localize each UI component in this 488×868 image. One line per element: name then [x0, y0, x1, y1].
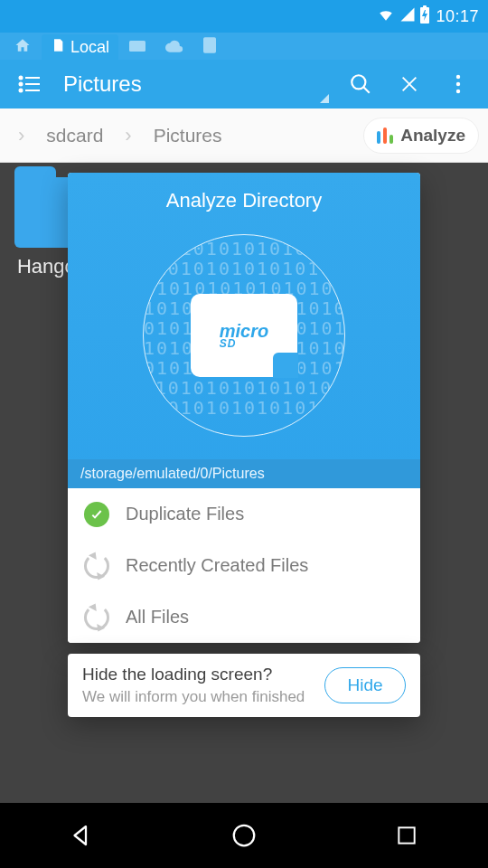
hide-button-label: Hide: [347, 675, 382, 695]
dialog-header: Analyze Directory 0101010101011010101010…: [68, 173, 420, 488]
sd-illustration: 0101010101011010101010101001010101010101…: [143, 234, 345, 437]
hide-card-subtitle: We will inform you when finished: [82, 688, 305, 706]
refresh-icon: [84, 553, 109, 579]
analyze-item-all: All Files: [68, 591, 420, 643]
hide-button[interactable]: Hide: [324, 667, 406, 703]
analyze-item-recent: Recently Created Files: [68, 540, 420, 591]
analyze-item-duplicate: Duplicate Files: [68, 488, 420, 540]
microsd-icon: microSD: [191, 294, 297, 377]
refresh-icon: [84, 605, 109, 630]
hide-loading-card: Hide the loading screen? We will inform …: [68, 654, 420, 717]
hide-card-title: Hide the loading screen?: [82, 665, 305, 684]
analyze-item-label: All Files: [126, 607, 189, 627]
analyze-dialog: Analyze Directory 0101010101011010101010…: [68, 173, 420, 643]
analyze-item-label: Recently Created Files: [126, 555, 308, 576]
modal-overlay: Analyze Directory 0101010101011010101010…: [0, 0, 488, 868]
analyze-path: /storage/emulated/0/Pictures: [68, 459, 420, 488]
analyze-progress-list: Duplicate Files Recently Created Files A…: [68, 488, 420, 643]
dialog-title: Analyze Directory: [166, 189, 322, 212]
check-circle-icon: [84, 502, 109, 527]
analyze-item-label: Duplicate Files: [126, 504, 244, 524]
